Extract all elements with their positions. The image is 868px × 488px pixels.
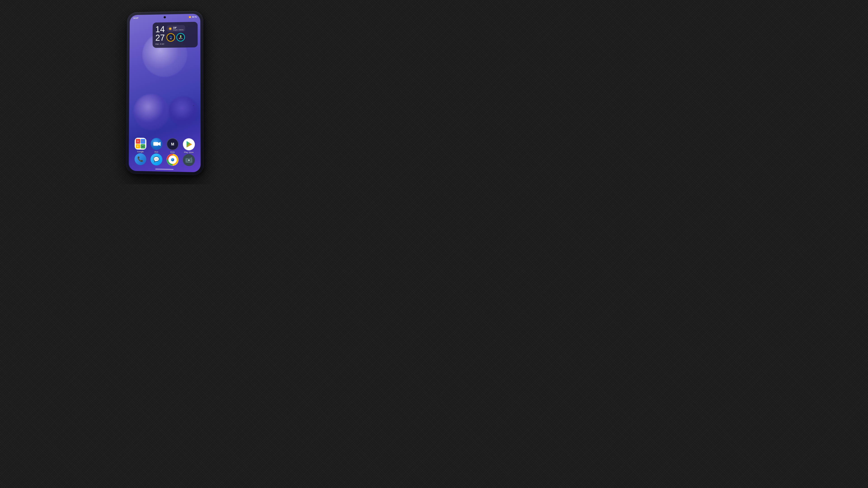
svg-rect-1	[153, 142, 158, 146]
app-moto[interactable]: M Moto	[165, 138, 180, 153]
battery-circle-value: 53 %	[179, 37, 183, 39]
camera-icon-svg	[183, 154, 195, 166]
widget-right: ☀️ 19° Goyan, Galicia 👣 42 🔋	[166, 25, 185, 41]
svg-rect-22	[191, 157, 192, 158]
playstore-label: Play Store	[184, 151, 193, 154]
battery-circle: 🔋 53 %	[177, 33, 185, 41]
phone-icon-svg: 📞	[134, 153, 146, 165]
weather-location: Goyan, Galicia	[173, 29, 184, 31]
weather-info: 19° Goyan, Galicia	[173, 26, 184, 31]
moto-icon-svg: M	[167, 138, 178, 150]
duo-icon	[151, 138, 162, 150]
app-camera[interactable]	[182, 154, 196, 167]
steps-icon: 👣	[169, 35, 172, 38]
playstore-icon	[183, 138, 195, 151]
app-dock-row1: G 📍 ▶ 📷 Google	[129, 138, 201, 154]
wallpaper-orb-3	[168, 96, 198, 126]
widget-time-row: 14 27 mar, 4 oct ☀️ 19° Goyan, Galicia	[155, 24, 195, 45]
app-phone[interactable]: 📞	[133, 153, 147, 166]
svg-text:📞: 📞	[137, 156, 144, 162]
svg-text:💬: 💬	[153, 156, 160, 162]
widget-circles: 👣 42 🔋 53 %	[166, 33, 185, 42]
battery-icon: 🔋	[180, 35, 182, 37]
home-widget: 14 27 mar, 4 oct ☀️ 19° Goyan, Galicia	[153, 22, 197, 48]
google-icon-photos: 📷	[141, 144, 145, 149]
messages-icon: 💬	[151, 153, 162, 166]
duo-icon-svg	[151, 138, 162, 150]
google-label: Google	[137, 151, 144, 153]
widget-date: mar, 4 oct	[155, 43, 165, 45]
google-icon-drive: ▶	[135, 144, 140, 149]
camera-icon	[183, 154, 195, 166]
weather-temp: 19°	[173, 26, 184, 29]
google-icon-mail: G	[135, 139, 140, 144]
phone-screen: 14:47 📶 53 % 14 27 mar, 4 oct ☀️ 19°	[129, 14, 200, 172]
chrome-icon	[166, 154, 179, 166]
google-icon: G 📍 ▶ 📷	[134, 138, 146, 150]
app-duo[interactable]: Duo	[149, 138, 163, 153]
weather-widget: ☀️ 19° Goyan, Galicia	[166, 25, 185, 32]
status-time: 14:47	[133, 17, 138, 19]
app-google[interactable]: G 📍 ▶ 📷 Google	[133, 138, 148, 153]
bottom-dock: 📞 💬	[129, 153, 201, 167]
steps-value: 42	[170, 38, 172, 39]
phone-call-icon: 📞	[134, 153, 146, 165]
wallpaper-orb-2	[133, 94, 169, 130]
widget-hour: 14	[155, 25, 165, 34]
battery-text: 53 %	[192, 16, 197, 18]
home-indicator[interactable]	[155, 168, 174, 170]
duo-label: Duo	[154, 151, 158, 153]
moto-icon: M	[166, 138, 179, 150]
moto-label: Moto	[170, 151, 175, 153]
google-icon-maps: 📍	[141, 139, 145, 144]
app-chrome[interactable]	[165, 154, 180, 167]
weather-icon: ☀️	[168, 27, 172, 31]
status-icons: 📶 53 %	[189, 16, 197, 18]
widget-minutes: 27	[155, 33, 165, 42]
app-messages[interactable]: 💬	[149, 153, 163, 166]
bluetooth-icon: 📶	[189, 16, 191, 18]
steps-circle: 👣 42	[166, 33, 175, 41]
messages-icon-svg: 💬	[151, 153, 162, 166]
app-playstore[interactable]: Play Store	[182, 138, 196, 154]
chrome-icon-svg	[166, 154, 179, 166]
svg-text:M: M	[171, 142, 174, 146]
playstore-icon-svg	[183, 138, 195, 151]
phone-device: 14:47 📶 53 % 14 27 mar, 4 oct ☀️ 19°	[126, 11, 204, 175]
